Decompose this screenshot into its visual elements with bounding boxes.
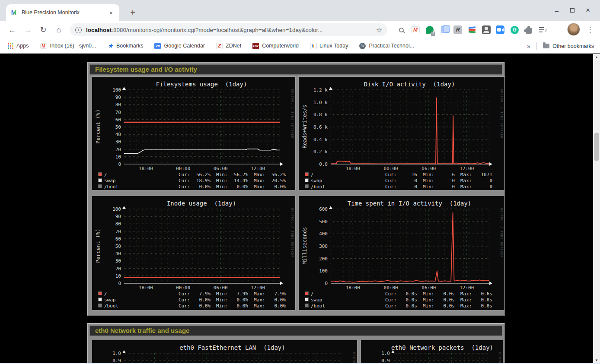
bookmark-star-icon[interactable]: ☆ <box>376 26 382 34</box>
tab-strip: M Blue Precision Monitorix × + – × <box>0 0 600 21</box>
back-button[interactable]: ← <box>6 24 18 36</box>
svg-text:12:00: 12:00 <box>251 285 265 291</box>
browser-menu-button[interactable]: ⋮ <box>584 24 596 36</box>
rrdtool-watermark: RRDTOOL / TOBI OETIKER <box>290 208 294 258</box>
bookmark-practical-technology[interactable]: W Practical Technol... <box>359 43 414 49</box>
chart-title: Inode usage (1day) <box>122 200 281 207</box>
video-call-extension-icon[interactable] <box>495 25 505 35</box>
gmail-extension-icon[interactable]: M <box>410 25 421 35</box>
svg-text:06:00: 06:00 <box>421 285 436 291</box>
tab-favicon-icon: M <box>10 9 17 16</box>
chart-eth0-packets[interactable]: 18:0000:0006:0012:000.00.10.20.30.40.50.… <box>361 340 503 364</box>
search-extension-icon[interactable] <box>396 25 406 35</box>
extensions-puzzle-icon[interactable] <box>523 25 534 35</box>
svg-text:400: 400 <box>319 231 328 237</box>
svg-text:100: 100 <box>319 268 328 274</box>
chart-ylabel: Milliseconds <box>302 209 308 283</box>
bookmark-zdnet[interactable]: Z ZDNet <box>216 43 241 49</box>
chart-ylabel: Percent (%) <box>95 209 101 283</box>
svg-text:18:00: 18:00 <box>346 166 360 171</box>
chart-filesystems-usage[interactable]: 18:0000:0006:0012:0001020304050607080901… <box>92 76 296 190</box>
svg-text:0.0: 0.0 <box>319 161 328 167</box>
chart-time-io-activity[interactable]: 18:0000:0006:0012:000100200300400500600 … <box>298 196 505 310</box>
gmail-m-icon: M <box>411 26 420 33</box>
svg-text:0: 0 <box>118 281 121 286</box>
chat-extension-icon[interactable] <box>424 25 435 35</box>
forward-button[interactable]: → <box>22 24 34 36</box>
svg-text:12:00: 12:00 <box>460 166 474 171</box>
svg-text:40: 40 <box>115 132 121 137</box>
bookmark-linux-today[interactable]: lt Linux Today <box>310 43 348 49</box>
grammarly-extension-icon[interactable]: G <box>509 25 520 35</box>
chart-plot: 18:0000:0006:0012:0001020304050607080901… <box>92 77 295 190</box>
svg-text:60: 60 <box>115 236 121 242</box>
tab-close-icon[interactable]: × <box>107 9 115 16</box>
account-extension-icon[interactable] <box>481 25 491 35</box>
bookmark-bookmarks[interactable]: ★ Bookmarks <box>108 43 144 49</box>
home-button[interactable]: ⌂ <box>53 24 65 36</box>
chart-disk-io-activity[interactable]: 18:0000:0006:0012:000.00.2 k0.4 k0.6 k0.… <box>298 76 505 190</box>
svg-text:06:00: 06:00 <box>214 166 228 171</box>
chart-eth0-traffic[interactable]: 18:0000:0006:0012:000.00.10.20.30.40.50.… <box>92 340 357 364</box>
chart-plot: 18:0000:0006:0012:000.00.2 k0.4 k0.6 k0.… <box>299 77 504 190</box>
reading-list-icon[interactable]: ♪ <box>538 25 548 35</box>
svg-text:50: 50 <box>115 124 121 130</box>
svg-text:0.8 k: 0.8 k <box>313 112 328 117</box>
svg-text:0.6 k: 0.6 k <box>313 124 328 130</box>
svg-text:70: 70 <box>115 110 121 115</box>
camera-icon <box>496 25 504 34</box>
svg-text:10: 10 <box>115 154 121 160</box>
svg-text:20: 20 <box>115 266 121 272</box>
bookmarks-bar: Apps M Inbox (16) - sjvn0... ★ Bookmarks… <box>0 38 600 54</box>
browser-tab[interactable]: M Blue Precision Monitorix × <box>6 4 119 21</box>
new-tab-button[interactable]: + <box>127 7 138 19</box>
books-extension-icon[interactable] <box>467 25 477 35</box>
bookmarks-overflow-button[interactable]: » <box>527 43 530 50</box>
bookmark-inbox[interactable]: M Inbox (16) - sjvn0... <box>40 43 96 49</box>
bookmark-apps[interactable]: Apps <box>8 43 29 49</box>
gmail-m-icon: M <box>40 43 47 49</box>
scrollbar-up-icon[interactable]: ▲ <box>593 54 600 61</box>
chart-inode-usage[interactable]: 18:0000:0006:0012:0001020304050607080901… <box>92 196 296 310</box>
bookmark-google-calendar[interactable]: 28 Google Calendar <box>154 43 205 49</box>
url-text[interactable]: localhost:8080/monitorix-cgi/monitorix.c… <box>86 27 373 33</box>
other-bookmarks-button[interactable]: Other bookmarks <box>543 43 594 49</box>
bookmark-computerworld[interactable]: CW Computerworld <box>252 43 299 49</box>
extensions-row: M R G ♪ <box>394 24 550 36</box>
address-bar[interactable]: i localhost:8080/monitorix-cgi/monitorix… <box>70 23 387 36</box>
chart-ylabel: Kbytes/s <box>95 353 101 364</box>
g-circle-icon: G <box>511 26 519 34</box>
svg-text:30: 30 <box>115 139 121 145</box>
calendar-icon: 28 <box>154 43 161 49</box>
section-network: eth0 Network traffic and usage 18:0000:0… <box>87 323 505 364</box>
svg-text:00:00: 00:00 <box>384 285 398 291</box>
window-minimize-button[interactable]: – <box>551 5 563 16</box>
chart-title: Time spent in I/O activity (1day) <box>329 200 490 207</box>
svg-text:80: 80 <box>115 221 121 227</box>
rrdtool-watermark: RRDTOOL / TOBI OETIKER <box>498 352 501 364</box>
svg-text:18:00: 18:00 <box>139 166 153 171</box>
svg-text:70: 70 <box>115 229 121 234</box>
browser-toolbar: ← → ↻ ⌂ i localhost:8080/monitorix-cgi/m… <box>0 21 600 38</box>
window-maximize-button[interactable] <box>566 5 578 16</box>
profile-avatar[interactable] <box>567 23 580 36</box>
pages-icon <box>441 26 447 33</box>
site-info-icon[interactable]: i <box>75 27 82 33</box>
chart-plot: 18:0000:0006:0012:0001020304050607080901… <box>92 196 295 310</box>
reload-button[interactable]: ↻ <box>37 24 49 36</box>
svg-text:18:00: 18:00 <box>139 285 153 291</box>
scrollbar-thumb[interactable] <box>594 133 599 161</box>
window-close-button[interactable]: × <box>582 5 594 16</box>
page-scrollbar[interactable]: ▲ ▼ <box>593 54 600 364</box>
svg-text:0.2 k: 0.2 k <box>313 149 328 155</box>
copy-pages-extension-icon[interactable] <box>439 25 449 35</box>
svg-text:100: 100 <box>112 87 121 93</box>
chart-title: eth0 Network packets (1day) <box>391 344 488 351</box>
svg-text:10: 10 <box>115 273 121 279</box>
svg-text:1.0: 1.0 <box>381 351 390 356</box>
r-extension-icon[interactable]: R <box>453 25 463 35</box>
speech-bubble-icon <box>426 26 434 34</box>
zdnet-icon: Z <box>216 43 223 49</box>
svg-text:12:00: 12:00 <box>460 285 474 291</box>
chart-title: Disk I/O activity (1day) <box>329 81 490 88</box>
